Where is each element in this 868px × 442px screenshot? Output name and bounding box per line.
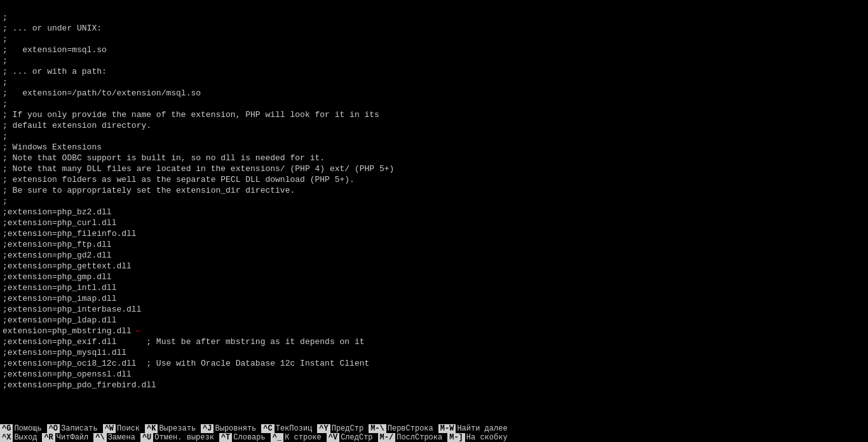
shortcut-label: ПредСтр [330,424,366,433]
shortcut-key: ^W [103,424,116,433]
shortcut-label: Выровнять [214,424,259,433]
shortcut-group[interactable]: ^GПомощь [0,424,44,433]
code-line: ; extension=msql.so [3,45,865,55]
code-line: ;extension=php_exif.dll ; Must be after … [3,336,865,347]
code-line: extension=php_mbstring.dll ← [3,326,865,336]
shortcut-group[interactable]: M-\ПервСтрока [369,424,436,433]
code-line: ;extension=php_gd2.dll [3,250,865,261]
shortcut-key: M-] [447,433,465,442]
shortcut-label: ТекПозиц [275,424,315,433]
shortcut-key: ^_ [271,433,283,442]
shortcut-label: Найти далее [456,424,510,433]
editor-area[interactable]: ;; ... or under UNIX:;; extension=msql.s… [0,11,868,424]
shortcut-label: На скобку [465,433,510,442]
shortcut-group[interactable]: ^OЗаписать [47,424,100,433]
shortcut-group[interactable]: ^VСледСтр [327,433,376,442]
code-line: ; extension folders as well as the separ… [3,174,865,185]
status-bar: ^GПомощь^OЗаписать^WПоиск^KВырезать^JВыр… [0,424,868,442]
shortcut-label: Вырезать [158,424,198,433]
title-spacer [857,1,862,10]
code-line: ;extension=php_ldap.dll [3,315,865,326]
code-line: ;extension=php_oci8_12c.dll ; Use with O… [3,358,865,369]
shortcut-key: ^C [261,424,274,433]
shortcut-key: ^U [140,433,153,442]
code-line: ; extension=/path/to/extension/msql.so [3,88,865,99]
arrow-indicator: ← [137,326,142,336]
code-line: ; [3,55,865,66]
shortcut-key: ^\ [93,433,106,442]
shortcut-key: ^K [145,424,158,433]
shortcut-key: ^G [0,424,13,433]
code-line: ; Windows Extensions [3,142,865,153]
shortcut-label: Отмен. вырезк [153,433,217,442]
code-line: ; Be sure to appropriately set the exten… [3,185,865,196]
code-line: ;extension=php_ftp.dll [3,239,865,250]
code-line: ;extension=php_bz2.dll [3,207,865,218]
shortcut-group[interactable]: ^CТекПозиц [261,424,315,433]
code-line: ;extension=php_fileinfo.dll [3,228,865,239]
code-line: ; [3,34,865,45]
shortcut-key: ^T [219,433,232,442]
shortcut-group[interactable]: M-]На скобку [447,433,510,442]
code-line: ;extension=php_intl.dll [3,282,865,293]
shortcut-group[interactable]: ^TСловарь [219,433,268,442]
shortcut-label: ПослСтрока [395,433,445,442]
shortcut-group[interactable]: ^WПоиск [103,424,142,433]
shortcut-group[interactable]: ^KВырезать [145,424,198,433]
shortcut-label: ПервСтрока [386,424,436,433]
shortcut-label: Замена [107,433,138,442]
shortcut-label: Записать [60,424,100,433]
shortcut-key: ^Y [317,424,330,433]
code-line: ; [3,131,865,142]
shortcut-key: ^O [47,424,60,433]
shortcut-group[interactable]: ^\Замена [93,433,138,442]
shortcut-group[interactable]: M-WНайти далее [438,424,510,433]
shortcut-group[interactable]: M-/ПослСтрока [378,433,445,442]
code-line: ;extension=php_interbase.dll [3,304,865,315]
shortcut-label: Поиск [116,424,142,433]
shortcut-key: M-\ [369,424,386,433]
shortcut-group[interactable]: ^JВыровнять [201,424,259,433]
code-line: ; default extension directory. [3,120,865,131]
code-line: ; ... or under UNIX: [3,23,865,34]
shortcut-label: К строке [283,433,324,442]
code-line: ; If you only provide the name of the ex… [3,109,865,120]
code-line: ; Note that ODBC support is built in, so… [3,153,865,163]
file-title [429,1,434,10]
code-line: ;extension=php_openssl.dll [3,369,865,380]
code-line: ;extension=php_imap.dll [3,293,865,304]
shortcut-key: ^X [0,433,13,442]
code-line: ;extension=php_pdo_firebird.dll [3,380,865,390]
shortcut-label: Словарь [232,433,268,442]
code-line: ; Note that many DLL files are located i… [3,163,865,174]
code-line: ; [3,196,865,207]
shortcut-group[interactable]: ^_К строке [271,433,324,442]
shortcut-row-2: ^XВыход^RЧитФайл^\Замена^UОтмен. вырезк^… [0,433,868,442]
title-bar [0,0,868,11]
code-line: ; ... or with a path: [3,66,865,77]
shortcut-key: ^R [42,433,55,442]
code-line: ;extension=php_gettext.dll [3,261,865,272]
code-line: ; [3,12,865,23]
code-line: ;extension=php_mysqli.dll [3,347,865,358]
shortcut-group[interactable]: ^UОтмен. вырезк [140,433,217,442]
code-line: ;extension=php_gmp.dll [3,272,865,282]
shortcut-key: M-W [438,424,456,433]
shortcut-label: ЧитФайл [55,433,91,442]
code-line: ; [3,99,865,109]
code-line: ; [3,77,865,88]
shortcut-group[interactable]: ^XВыход [0,433,39,442]
shortcut-key: ^V [327,433,339,442]
shortcut-label: Выход [13,433,39,442]
shortcut-key: ^J [201,424,214,433]
shortcut-row-1: ^GПомощь^OЗаписать^WПоиск^KВырезать^JВыр… [0,424,868,433]
shortcut-group[interactable]: ^RЧитФайл [42,433,91,442]
shortcut-group[interactable]: ^YПредСтр [317,424,366,433]
code-line: ;extension=php_curl.dll [3,218,865,228]
code-lines: ;; ... or under UNIX:;; extension=msql.s… [3,12,865,390]
shortcut-label: Помощь [13,424,44,433]
shortcut-key: M-/ [378,433,396,442]
shortcut-label: СледСтр [339,433,375,442]
